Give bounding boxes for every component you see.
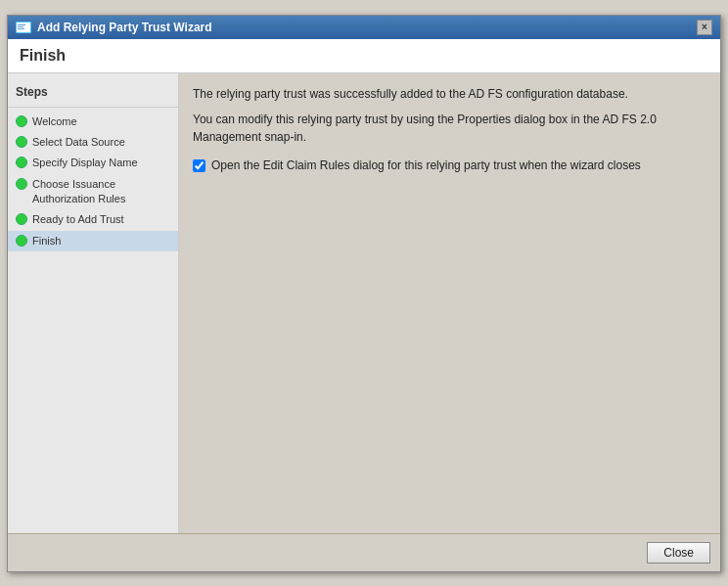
close-icon[interactable]: × <box>697 20 712 35</box>
close-button[interactable]: Close <box>647 542 710 563</box>
title-bar: Add Relying Party Trust Wizard × <box>8 16 720 39</box>
sidebar-item-finish: Finish <box>8 231 178 251</box>
step-dot-welcome <box>16 115 27 127</box>
main-content-body: The relying party trust was successfully… <box>193 85 706 521</box>
step-label-ready: Ready to Add Trust <box>32 212 170 227</box>
steps-title: Steps <box>8 81 178 108</box>
step-label-display: Specify Display Name <box>32 156 170 170</box>
sidebar-item-ready-to-add: Ready to Add Trust <box>8 209 178 230</box>
step-label-welcome: Welcome <box>32 114 170 129</box>
step-label-issuance: Choose Issuance Authorization Rules <box>32 177 170 207</box>
sidebar-item-specify-display-name: Specify Display Name <box>8 153 178 173</box>
success-message-2: You can modify this relying party trust … <box>193 111 706 146</box>
title-text: Add Relying Party Trust Wizard <box>37 21 212 34</box>
sidebar-item-welcome: Welcome <box>8 112 178 132</box>
checkbox-label: Open the Edit Claim Rules dialog for thi… <box>211 158 641 174</box>
sidebar-item-choose-issuance: Choose Issuance Authorization Rules <box>8 174 178 210</box>
title-bar-left: Add Relying Party Trust Wizard <box>16 20 212 35</box>
step-label-select: Select Data Source <box>32 135 170 150</box>
step-dot-finish <box>16 235 27 247</box>
main-panel: The relying party trust was successfully… <box>179 73 720 533</box>
page-title: Finish <box>8 39 720 73</box>
step-label-finish: Finish <box>32 234 170 248</box>
svg-rect-3 <box>18 26 23 27</box>
step-dot-issuance <box>16 178 27 190</box>
checkbox-row: Open the Edit Claim Rules dialog for thi… <box>193 158 706 174</box>
step-dot-ready <box>16 213 27 225</box>
wizard-icon <box>16 20 31 35</box>
edit-claim-rules-checkbox[interactable] <box>193 159 205 172</box>
svg-rect-2 <box>18 24 25 25</box>
footer: Close <box>8 533 720 571</box>
success-message-1: The relying party trust was successfully… <box>193 85 706 103</box>
steps-panel: Steps Welcome Select Data Source Specify… <box>8 73 179 533</box>
sidebar-item-select-data-source: Select Data Source <box>8 132 178 153</box>
step-dot-select <box>16 136 27 148</box>
dialog-window: Add Relying Party Trust Wizard × Finish … <box>7 15 721 572</box>
content-area: Steps Welcome Select Data Source Specify… <box>8 73 720 533</box>
step-dot-display <box>16 157 27 168</box>
svg-rect-4 <box>18 28 24 29</box>
